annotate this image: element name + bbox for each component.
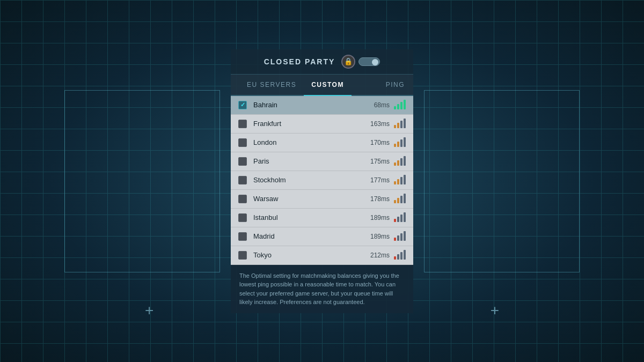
- signal-bars: [394, 120, 406, 128]
- signal-bar: [394, 238, 396, 241]
- ping-value: 163ms: [369, 120, 390, 128]
- server-row[interactable]: Tokyo212ms: [231, 246, 413, 265]
- signal-bar: [400, 196, 402, 203]
- server-row[interactable]: London170ms: [231, 134, 413, 152]
- signal-bar: [394, 256, 396, 260]
- header-title: CLOSED PARTY: [264, 57, 335, 66]
- server-checkbox[interactable]: [238, 138, 247, 147]
- server-row[interactable]: Warsaw178ms: [231, 190, 413, 209]
- signal-bar: [400, 233, 402, 241]
- signal-bar: [397, 142, 399, 147]
- ping-value: 175ms: [369, 158, 390, 165]
- ping-value: 189ms: [369, 233, 390, 240]
- server-name: Bahrain: [253, 101, 369, 109]
- signal-bars: [394, 213, 406, 222]
- lock-symbol: 🔒: [344, 57, 353, 65]
- signal-bar: [400, 139, 402, 147]
- signal-bar: [404, 156, 406, 166]
- server-row[interactable]: Paris175ms: [231, 152, 413, 171]
- signal-bar: [394, 219, 396, 222]
- signal-bar: [400, 215, 402, 222]
- signal-bar: [397, 179, 399, 184]
- signal-bar: [397, 123, 399, 128]
- ping-value: 212ms: [369, 252, 390, 259]
- server-checkbox[interactable]: [238, 157, 247, 166]
- signal-bar: [397, 235, 399, 241]
- signal-bars: [394, 157, 406, 166]
- signal-bars: [394, 138, 406, 147]
- signal-bar: [397, 160, 399, 166]
- signal-bar: [394, 181, 396, 184]
- signal-bar: [394, 162, 396, 166]
- server-name: Stockholm: [253, 176, 369, 184]
- corner-decoration-left: [64, 90, 220, 272]
- ping-value: 178ms: [369, 195, 390, 203]
- server-checkbox[interactable]: [238, 120, 247, 128]
- server-row[interactable]: Madrid189ms: [231, 227, 413, 246]
- signal-bar: [400, 158, 402, 166]
- main-panel: CLOSED PARTY 🔒 EU SERVERS CUSTOM PING ✓B…: [231, 49, 413, 313]
- server-row[interactable]: ✓Bahrain68ms: [231, 96, 413, 115]
- signal-bars: [394, 176, 406, 184]
- server-name: Madrid: [253, 232, 369, 240]
- server-name: Frankfurt: [253, 120, 369, 128]
- ping-value: 68ms: [369, 101, 390, 109]
- ping-value: 177ms: [369, 176, 390, 184]
- tab-custom[interactable]: CUSTOM: [304, 75, 352, 96]
- server-row[interactable]: Frankfurt163ms: [231, 115, 413, 134]
- toggle-track[interactable]: [358, 57, 380, 66]
- ping-value: 170ms: [369, 139, 390, 146]
- signal-bar: [397, 254, 399, 260]
- signal-bar: [404, 175, 406, 184]
- server-name: Tokyo: [253, 251, 369, 259]
- server-name: London: [253, 138, 369, 146]
- server-checkbox[interactable]: [238, 195, 247, 203]
- tab-ping[interactable]: PING: [386, 75, 405, 95]
- server-name: Istanbul: [253, 213, 369, 221]
- lock-toggle[interactable]: 🔒: [341, 55, 380, 69]
- toggle-thumb: [372, 59, 378, 65]
- header-bar: CLOSED PARTY 🔒: [231, 49, 413, 75]
- lock-icon: 🔒: [341, 55, 355, 69]
- server-checkbox[interactable]: [238, 232, 247, 241]
- corner-decoration-right: [424, 90, 580, 272]
- signal-bar: [404, 119, 406, 128]
- server-checkbox[interactable]: [238, 213, 247, 222]
- server-name: Warsaw: [253, 195, 369, 203]
- signal-bars: [394, 101, 406, 109]
- tab-eu-servers[interactable]: EU SERVERS: [239, 75, 304, 95]
- signal-bar: [404, 231, 406, 241]
- signal-bars: [394, 251, 406, 260]
- signal-bar: [397, 198, 399, 203]
- signal-bar: [404, 212, 406, 222]
- signal-bar: [394, 200, 396, 203]
- server-checkbox[interactable]: [238, 176, 247, 184]
- signal-bar: [404, 137, 406, 147]
- plus-icon-right: +: [491, 302, 499, 319]
- ping-value: 189ms: [369, 214, 390, 221]
- server-row[interactable]: Stockholm177ms: [231, 171, 413, 190]
- signal-bar: [400, 121, 402, 128]
- signal-bar: [400, 102, 402, 109]
- signal-bar: [394, 125, 396, 128]
- signal-bar: [404, 194, 406, 203]
- signal-bars: [394, 232, 406, 241]
- footer-text: The Optimal setting for matchmaking bala…: [231, 265, 413, 313]
- signal-bar: [394, 144, 396, 147]
- signal-bar: [394, 106, 396, 109]
- server-row[interactable]: Istanbul189ms: [231, 209, 413, 227]
- signal-bar: [397, 217, 399, 222]
- signal-bar: [397, 104, 399, 109]
- plus-icon-left: +: [145, 302, 153, 319]
- signal-bar: [404, 250, 406, 260]
- signal-bar: [400, 252, 402, 260]
- signal-bar: [400, 177, 402, 184]
- server-name: Paris: [253, 157, 369, 165]
- server-list: ✓Bahrain68msFrankfurt163msLondon170msPar…: [231, 96, 413, 265]
- server-checkbox[interactable]: ✓: [238, 101, 247, 109]
- signal-bar: [404, 100, 406, 109]
- server-checkbox[interactable]: [238, 251, 247, 260]
- signal-bars: [394, 195, 406, 203]
- tab-bar: EU SERVERS CUSTOM PING: [231, 75, 413, 96]
